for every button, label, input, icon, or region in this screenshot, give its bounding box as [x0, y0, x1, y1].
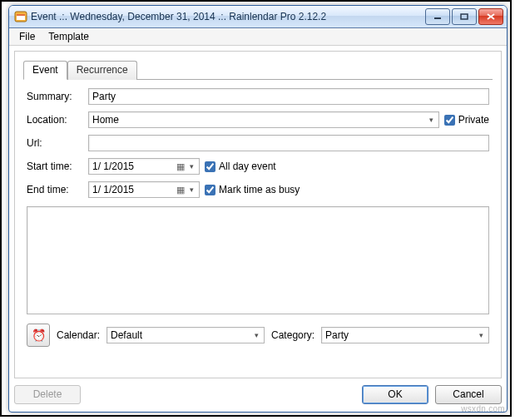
alarm-button[interactable]: ⏰ [27, 324, 50, 347]
menu-file[interactable]: File [12, 29, 42, 44]
start-date-input[interactable]: 1/ 1/2015 ▦▾ [88, 158, 200, 175]
label-category: Category: [271, 329, 314, 341]
chevron-down-icon: ▾ [253, 331, 260, 339]
alarm-clock-icon: ⏰ [32, 329, 46, 342]
calendar-value: Default [111, 329, 142, 341]
label-start-time: Start time: [27, 161, 83, 172]
titlebar[interactable]: Event .:. Wednesday, December 31, 2014 .… [9, 6, 507, 28]
event-window: Event .:. Wednesday, December 31, 2014 .… [8, 5, 508, 413]
maximize-button[interactable] [452, 8, 477, 25]
tab-recurrence[interactable]: Recurrence [67, 61, 137, 80]
footer: Delete OK Cancel [14, 382, 502, 407]
menubar: File Template [9, 28, 507, 46]
label-all-day: All day event [219, 161, 276, 172]
start-date-value: 1/ 1/2015 [92, 161, 134, 172]
private-check[interactable]: Private [444, 114, 489, 126]
mark-busy-check[interactable]: Mark time as busy [205, 184, 300, 195]
location-value: Home [92, 114, 119, 126]
svg-rect-2 [17, 14, 25, 16]
category-value: Party [325, 329, 349, 341]
mark-busy-checkbox[interactable] [205, 185, 215, 195]
watermark: wsxdn.com [461, 404, 505, 413]
description-textarea[interactable] [27, 206, 489, 314]
cancel-button[interactable]: Cancel [435, 385, 502, 404]
window-title: Event .:. Wednesday, December 31, 2014 .… [31, 11, 425, 22]
label-private: Private [458, 114, 489, 126]
chevron-down-icon: ▾ [478, 331, 485, 339]
close-button[interactable] [478, 8, 503, 25]
category-combo[interactable]: Party ▾ [321, 327, 489, 343]
calendar-dropdown-icon: ▦▾ [176, 161, 196, 172]
summary-input[interactable] [88, 88, 489, 105]
url-input[interactable] [88, 135, 489, 151]
event-tabpanel: Summary: Location: Home ▾ Private Url: [23, 80, 493, 350]
screenshot-frame: Event .:. Wednesday, December 31, 2014 .… [0, 0, 512, 417]
all-day-checkbox[interactable] [205, 161, 215, 172]
all-day-check[interactable]: All day event [205, 161, 276, 172]
private-checkbox[interactable] [444, 115, 455, 126]
label-mark-busy: Mark time as busy [219, 184, 300, 195]
end-date-value: 1/ 1/2015 [92, 184, 134, 195]
minimize-button[interactable] [425, 8, 450, 25]
menu-template[interactable]: Template [42, 29, 96, 44]
tab-event[interactable]: Event [23, 61, 67, 80]
ok-button[interactable]: OK [362, 385, 428, 404]
location-combo[interactable]: Home ▾ [88, 111, 439, 128]
label-url: Url: [27, 137, 83, 149]
label-summary: Summary: [27, 91, 83, 102]
label-end-time: End time: [27, 184, 83, 195]
tabstrip: Event Recurrence [23, 60, 493, 79]
calendar-dropdown-icon: ▦▾ [176, 185, 196, 195]
calendar-combo[interactable]: Default ▾ [106, 327, 265, 343]
chevron-down-icon: ▾ [428, 116, 435, 124]
client-area: Event Recurrence Summary: Location: Home… [14, 51, 502, 378]
label-calendar: Calendar: [57, 329, 100, 341]
end-date-input[interactable]: 1/ 1/2015 ▦▾ [88, 181, 200, 198]
window-controls [425, 8, 503, 25]
delete-button[interactable]: Delete [14, 385, 81, 404]
svg-rect-4 [461, 14, 468, 19]
label-location: Location: [27, 114, 83, 126]
app-icon [14, 10, 27, 23]
